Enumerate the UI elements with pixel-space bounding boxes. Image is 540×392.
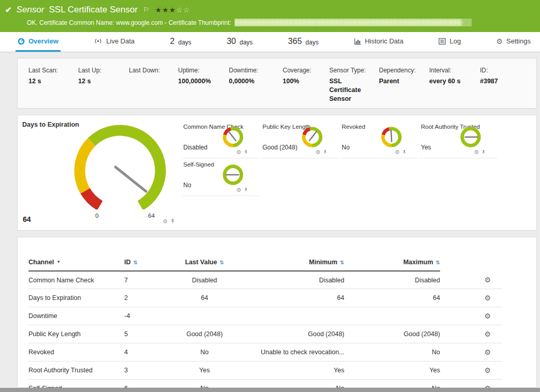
tab-day-count: 365 [288, 37, 302, 46]
live-signal-icon [94, 38, 103, 44]
tab-day-unit: days [305, 39, 318, 46]
pin-icon[interactable] [402, 147, 406, 157]
info-field-last-down: Last Down: [129, 67, 178, 108]
tab-2-days[interactable]: 2 days [168, 32, 193, 52]
gauge-scale-min: 0 [95, 213, 98, 219]
mini-dial [221, 125, 245, 149]
mini-gauge-root-authority-trusted: Root Authority Trusted Yes ⚙ [420, 120, 497, 158]
sort-icon: ⇅ [134, 260, 138, 265]
tab-live-data[interactable]: Live Data [92, 32, 137, 52]
sensor-status-message: OK. Certificate Common Name: www.google.… [27, 19, 231, 26]
object-kind-label: Sensor [17, 5, 45, 15]
tab-365-days[interactable]: 365 days [286, 32, 320, 52]
tab-day-unit: days [240, 39, 253, 46]
table-row[interactable]: Downtime -4 ⚙ [28, 307, 502, 325]
gauges-panel: Days to Expiration 0 64 64 ⚙ Common Name… [17, 115, 537, 231]
tab-30-days[interactable]: 30 days [225, 32, 255, 52]
info-field-sensor-type: Sensor Type:SSL Certificate Sensor [329, 67, 379, 108]
table-row[interactable]: Revoked 4 No Unable to check revocation.… [28, 343, 502, 361]
settings-gear-icon: ⚙ [496, 38, 503, 45]
mini-dial [459, 125, 483, 149]
col-header-maximum[interactable]: Maximum⇅ [344, 259, 440, 271]
pin-icon[interactable] [244, 147, 248, 157]
info-field-interval: Interval:every 60 s [429, 67, 480, 108]
sort-icon: ⇅ [436, 260, 440, 265]
info-field-id: ID:#3987 [480, 67, 527, 108]
col-header-channel[interactable]: Channel▼ [28, 259, 124, 271]
pin-icon[interactable] [323, 147, 327, 157]
col-header-actions [440, 259, 502, 271]
mini-gauge-self-signed: Self-Signed No ⚙ [182, 158, 259, 196]
tab-label: Historic Data [365, 37, 403, 45]
col-header-id[interactable]: ID⇅ [124, 259, 171, 271]
sort-desc-icon: ▼ [56, 260, 61, 264]
channel-settings-icon[interactable]: ⚙ [484, 348, 491, 356]
pin-icon[interactable] [481, 147, 486, 157]
tab-day-unit: days [178, 39, 191, 46]
channel-settings-icon[interactable]: ⚙ [484, 312, 491, 320]
channel-gear-icon[interactable]: ⚙ [474, 149, 479, 155]
table-row[interactable]: Common Name Check 7 Disabled Disabled Di… [28, 271, 502, 289]
priority-flag-icon[interactable]: ⚐ [143, 5, 150, 15]
table-row[interactable]: Root Authority Trusted 3 Yes Yes Yes ⚙ [28, 361, 502, 380]
sensor-info-panel: Last Scan:12 s Last Up:12 s Last Down: U… [17, 58, 537, 109]
tab-overview[interactable]: Overview [16, 32, 61, 52]
mini-gauge-common-name-check: Common Name Check Disabled ⚙ [182, 120, 259, 158]
certificate-thumbprint-redacted: ████████████████████████████████████████… [235, 19, 472, 26]
channel-gear-icon[interactable]: ⚙ [315, 149, 320, 155]
pin-icon[interactable] [170, 217, 175, 226]
info-field-coverage: Coverage:100% [283, 67, 329, 108]
days-to-expiration-gauge [58, 122, 182, 209]
page-title: SSL Certificate Sensor [49, 5, 137, 15]
channels-table-panel: Channel▼ ID⇅ Last Value⇅ Minimum⇅ Maximu… [17, 237, 537, 388]
info-field-last-scan: Last Scan:12 s [28, 67, 78, 108]
sensor-header: ✔ Sensor SSL Certificate Sensor ⚐ ★★★☆☆ … [0, 0, 540, 32]
table-header-row: Channel▼ ID⇅ Last Value⇅ Minimum⇅ Maximu… [28, 259, 502, 271]
stars-empty[interactable]: ☆☆ [176, 6, 190, 14]
pin-icon[interactable] [244, 185, 248, 194]
mini-dial [380, 125, 403, 149]
historic-chart-icon [354, 38, 361, 45]
tab-bar: Overview Live Data 2 days 30 days 365 da… [0, 32, 540, 52]
tab-label: Settings [506, 37, 531, 45]
table-row[interactable]: Days to Expiration 2 64 64 64 ⚙ [28, 289, 502, 307]
mini-gauges-grid: Common Name Check Disabled ⚙ Public Key … [182, 120, 499, 230]
bottom-bar [0, 388, 540, 392]
sensor-overview-page: ✔ Sensor SSL Certificate Sensor ⚐ ★★★☆☆ … [0, 0, 540, 392]
tab-settings[interactable]: ⚙ Settings [494, 32, 533, 52]
channels-table: Channel▼ ID⇅ Last Value⇅ Minimum⇅ Maximu… [28, 259, 502, 392]
mini-gauge-revoked: Revoked No ⚙ [341, 120, 418, 158]
overview-gauge-icon [18, 38, 25, 45]
tab-historic-data[interactable]: Historic Data [352, 32, 405, 52]
primary-gauge-value: 64 [23, 215, 31, 223]
log-list-icon [439, 38, 446, 45]
sort-icon: ⇅ [340, 260, 344, 265]
channel-gear-icon[interactable]: ⚙ [236, 149, 241, 155]
stars-filled[interactable]: ★★★ [155, 6, 176, 14]
tab-log[interactable]: Log [436, 32, 463, 52]
priority-stars[interactable]: ★★★☆☆ [155, 5, 190, 15]
tab-day-count: 30 [227, 37, 236, 46]
mini-dial [221, 163, 245, 187]
channel-gear-icon[interactable]: ⚙ [395, 149, 400, 155]
channel-settings-icon[interactable]: ⚙ [484, 276, 491, 284]
channel-gear-icon[interactable]: ⚙ [163, 219, 168, 224]
info-field-downtime: Downtime:0,0000% [229, 67, 283, 108]
channel-settings-icon[interactable]: ⚙ [484, 330, 491, 338]
col-header-minimum[interactable]: Minimum⇅ [238, 259, 344, 271]
tab-day-count: 2 [170, 37, 174, 46]
mini-dial [300, 125, 324, 149]
info-field-dependency: Dependency:Parent [379, 67, 429, 108]
sort-icon: ⇅ [220, 260, 224, 265]
gauge-needle [115, 167, 146, 191]
table-row[interactable]: Public Key Length 5 Good (2048) Good (20… [28, 325, 502, 343]
info-field-last-up: Last Up:12 s [78, 67, 129, 108]
col-header-last-value[interactable]: Last Value⇅ [171, 259, 238, 271]
channel-gear-icon[interactable]: ⚙ [236, 187, 241, 193]
primary-channel-gauge: Days to Expiration 0 64 64 ⚙ [18, 115, 182, 230]
tab-label: Overview [28, 37, 59, 45]
mini-gauge-public-key-length: Public Key Length Good (2048) ⚙ [261, 120, 339, 158]
channel-settings-icon[interactable]: ⚙ [484, 366, 491, 374]
channel-settings-icon[interactable]: ⚙ [484, 294, 491, 302]
tab-label: Live Data [106, 37, 135, 45]
